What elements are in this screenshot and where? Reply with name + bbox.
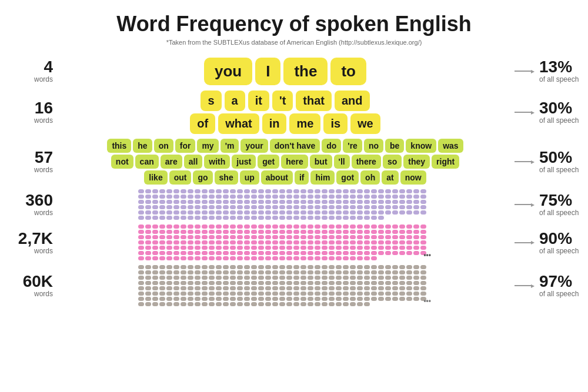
dot-gray [286, 281, 292, 285]
dot-pink [223, 235, 229, 239]
b-now: now [400, 170, 426, 185]
dot-pink [357, 246, 363, 250]
dot-purple [272, 189, 278, 193]
arrow-57 [514, 159, 534, 165]
row-4-words: 4 words you I the to 13% of all speech [0, 56, 588, 86]
dot-purple [279, 189, 285, 193]
dot-purple [173, 210, 179, 215]
dot-pink [343, 240, 349, 244]
dot-pink [152, 240, 158, 244]
dot-pink [406, 251, 412, 255]
dot-pink [385, 230, 391, 234]
dot-purple [392, 205, 398, 209]
dot-pink [166, 225, 172, 229]
center-360words [65, 189, 506, 220]
count-16: 16 [0, 100, 53, 116]
dot-pink [188, 251, 193, 255]
pct-360: 75% of all speech [539, 192, 579, 217]
dot-gray [166, 276, 172, 280]
dot-pink [286, 246, 292, 250]
dot-purple [166, 200, 172, 204]
dot-gray [230, 276, 236, 280]
dot-purple [315, 189, 320, 193]
dot-purple [286, 216, 292, 220]
dot-gray [371, 270, 377, 274]
dot-purple [343, 195, 349, 199]
dot-purple [159, 195, 165, 199]
dot-pink [279, 246, 285, 250]
dot-purple [152, 200, 158, 204]
b-on: on [154, 139, 173, 153]
dot-gray [216, 302, 222, 306]
dot-pink [357, 235, 363, 239]
dot-pink [279, 235, 285, 239]
dot-pink [300, 251, 306, 255]
dot-purple [173, 195, 179, 199]
dot-pink [385, 225, 391, 229]
dot-pink [343, 246, 349, 250]
dot-pink [159, 230, 165, 234]
b-at: at [382, 170, 398, 185]
dot-gray [251, 292, 257, 296]
dot-pink [216, 246, 222, 250]
dot-pink [413, 246, 419, 250]
dot-purple [195, 189, 201, 193]
dot-gray [329, 302, 335, 306]
dot-pink [399, 240, 405, 244]
dot-gray [329, 297, 335, 301]
dot-purple [145, 195, 151, 199]
dot-gray [258, 286, 264, 290]
b-there: there [352, 155, 381, 169]
dot-gray [315, 286, 320, 290]
dot-gray [138, 270, 144, 274]
dot-gray [216, 270, 222, 274]
dot-pink [202, 256, 208, 260]
dot-gray [315, 292, 320, 296]
dot-gray [152, 286, 158, 290]
dot-pink [138, 230, 144, 234]
dot-pink [195, 251, 201, 255]
dot-pink [145, 240, 151, 244]
dot-pink [308, 235, 313, 239]
dot-gray [392, 270, 398, 274]
dot-gray [406, 286, 412, 290]
dot-gray [145, 286, 151, 290]
dot-purple [378, 216, 384, 220]
dot-gray [202, 297, 208, 301]
dot-gray [385, 270, 391, 274]
dot-purple [202, 216, 208, 220]
dot-pink [244, 246, 250, 250]
dot-purple [258, 189, 264, 193]
dot-gray [138, 265, 144, 269]
dot-purple [315, 200, 320, 204]
dot-purple [152, 205, 158, 209]
dot-gray [258, 276, 264, 280]
dot-gray [420, 265, 426, 269]
dot-gray [420, 276, 426, 280]
dot-pink [392, 225, 398, 229]
dot-gray [159, 292, 165, 296]
dot-pink [293, 256, 299, 260]
dot-purple [279, 210, 285, 215]
dot-pink [286, 225, 292, 229]
dot-gray [265, 265, 271, 269]
dot-pink [173, 251, 179, 255]
dot-purple [173, 189, 179, 193]
b-he: he [133, 139, 152, 153]
dot-pink [315, 240, 320, 244]
dot-gray [237, 276, 243, 280]
dot-gray [322, 286, 328, 290]
dot-gray [371, 276, 377, 280]
dot-pink [329, 225, 335, 229]
dot-gray [279, 281, 285, 285]
dot-gray [336, 286, 342, 290]
dot-gray [265, 281, 271, 285]
dot-gray [364, 281, 370, 285]
pct-60k: 97% of all speech [539, 273, 579, 298]
arrow-16 [514, 110, 534, 115]
pct-num-4: 13% [539, 59, 579, 75]
dot-pink [138, 256, 144, 260]
dot-gray [357, 297, 363, 301]
dot-pink [343, 235, 349, 239]
dot-pink [286, 230, 292, 234]
